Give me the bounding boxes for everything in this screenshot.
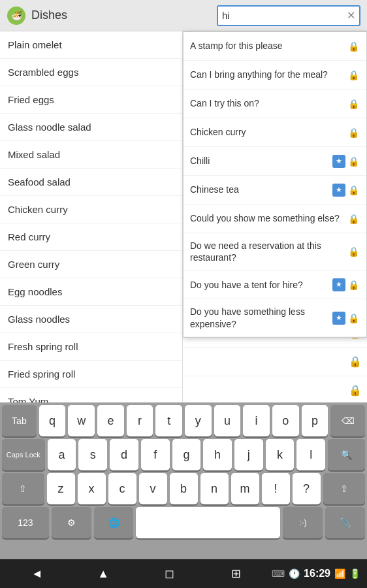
- list-item[interactable]: Green curry: [0, 251, 182, 278]
- search-box[interactable]: ✕: [217, 5, 360, 26]
- status-bar: ◄ ▲ ◻ ⊞ ⌨ 🕐 16:29 📶 🔋: [0, 559, 367, 588]
- list-item[interactable]: Seafood salad: [0, 169, 182, 196]
- key-t[interactable]: t: [155, 405, 182, 436]
- key-x[interactable]: x: [78, 473, 106, 504]
- key-z[interactable]: z: [47, 473, 75, 504]
- key-exclaim[interactable]: !: [262, 473, 290, 504]
- list-item[interactable]: Fried spring roll: [0, 361, 182, 388]
- app-icon: 🍜: [7, 6, 26, 25]
- keyboard-row-4: 123 ⚙ 🌐 :-) 📎: [0, 504, 367, 538]
- list-item[interactable]: Fresh spring roll: [0, 333, 182, 361]
- nav-grid[interactable]: ⊞: [206, 566, 267, 581]
- key-f[interactable]: f: [141, 439, 170, 470]
- key-shift-right[interactable]: ⇧: [323, 473, 366, 504]
- list-item[interactable]: Plain omelet: [0, 31, 182, 59]
- key-w[interactable]: w: [68, 405, 95, 436]
- dropdown-item-text: Could you show me something else?: [190, 212, 344, 224]
- key-o[interactable]: o: [272, 405, 299, 436]
- key-123[interactable]: 123: [2, 507, 49, 538]
- list-item[interactable]: Mixed salad: [0, 141, 182, 169]
- search-clear-icon[interactable]: ✕: [347, 9, 355, 22]
- key-n[interactable]: n: [200, 473, 229, 504]
- key-question[interactable]: ?: [293, 473, 321, 504]
- key-l[interactable]: l: [296, 439, 325, 470]
- dropdown-item-icons: 🔒: [347, 126, 360, 139]
- lock-icon: 🔒: [347, 40, 360, 53]
- list-item[interactable]: Red curry: [0, 223, 182, 251]
- dropdown-item[interactable]: Chinese tea★🔒: [184, 176, 366, 204]
- key-u[interactable]: u: [214, 405, 241, 436]
- lock-icon: 🔒: [347, 278, 360, 291]
- key-s[interactable]: s: [78, 439, 107, 470]
- nav-recent[interactable]: ◻: [139, 566, 200, 581]
- search-input[interactable]: [222, 10, 340, 21]
- list-item[interactable]: Tom Yum: [0, 388, 182, 402]
- keyboard-row-3: ⇧ z x c v b n m ! ? ⇧: [0, 470, 367, 504]
- key-r[interactable]: r: [127, 405, 153, 436]
- dropdown-item[interactable]: A stamp for this please🔒: [184, 32, 366, 61]
- key-g[interactable]: g: [172, 439, 201, 470]
- list-item[interactable]: Glass noodle salad: [0, 114, 182, 141]
- battery-icon: 🔋: [349, 568, 360, 579]
- key-p[interactable]: p: [302, 405, 328, 436]
- list-item[interactable]: Egg noodles: [0, 278, 182, 306]
- dropdown-item-icons: ★🔒: [332, 184, 360, 197]
- key-a[interactable]: a: [48, 439, 76, 470]
- nav-home[interactable]: ▲: [73, 567, 135, 581]
- dishes-list: Plain omeletScrambled eggsFried eggsGlas…: [0, 31, 183, 402]
- key-v[interactable]: v: [139, 473, 167, 504]
- dropdown-item-text: Chicken curry: [190, 126, 344, 138]
- list-item[interactable]: Chicken curry: [0, 196, 182, 223]
- lock-icon: 🔒: [347, 212, 360, 225]
- key-tab[interactable]: Tab: [2, 405, 37, 436]
- lock-icon: 🔒: [347, 245, 360, 258]
- dropdown-item-icons: 🔒: [347, 212, 360, 225]
- favorite-icon: ★: [332, 155, 345, 168]
- dropdown-item[interactable]: Could you show me something else?🔒: [184, 204, 366, 233]
- list-item[interactable]: Scrambled eggs: [0, 59, 182, 86]
- content-area: Plain omeletScrambled eggsFried eggsGlas…: [0, 31, 367, 402]
- wifi-icon: 📶: [334, 568, 345, 579]
- key-space[interactable]: [136, 507, 280, 538]
- dropdown-item[interactable]: Chicken curry🔒: [184, 118, 366, 147]
- list-item[interactable]: Glass noodles: [0, 306, 182, 333]
- key-shift-left[interactable]: ⇧: [2, 473, 44, 504]
- key-y[interactable]: y: [185, 405, 212, 436]
- key-h[interactable]: h: [203, 439, 232, 470]
- dropdown-item-text: Do you have something less expensive?: [190, 306, 330, 329]
- key-smiley[interactable]: :-): [283, 507, 323, 538]
- key-globe[interactable]: 🌐: [94, 507, 134, 538]
- dropdown-item[interactable]: Can I try this on?🔒: [184, 90, 366, 118]
- key-e[interactable]: e: [97, 405, 124, 436]
- dropdown-item[interactable]: Do we need a reservation at this restaur…: [184, 233, 366, 270]
- keyboard-row-1: Tab q w e r t y u i o p ⌫: [0, 402, 367, 436]
- key-q[interactable]: q: [39, 405, 66, 436]
- nav-back[interactable]: ◄: [7, 567, 68, 581]
- key-d[interactable]: d: [110, 439, 138, 470]
- search-dropdown: A stamp for this please🔒Can I bring anyt…: [183, 31, 367, 338]
- key-b[interactable]: b: [170, 473, 198, 504]
- status-right: ⌨ 🕐 16:29 📶 🔋: [272, 568, 360, 580]
- dropdown-item-icons: 🔒: [347, 245, 360, 258]
- key-i[interactable]: i: [243, 405, 270, 436]
- dropdown-item[interactable]: Chilli★🔒: [184, 147, 366, 176]
- right-lock-item: 🔒: [183, 376, 367, 405]
- list-item[interactable]: Fried eggs: [0, 86, 182, 114]
- key-m[interactable]: m: [231, 473, 259, 504]
- key-emoji[interactable]: 📎: [325, 507, 365, 538]
- key-search[interactable]: 🔍: [328, 439, 365, 470]
- dropdown-item-icons: ★🔒: [332, 155, 360, 168]
- dropdown-item-text: Can I try this on?: [190, 97, 344, 109]
- dropdown-item[interactable]: Do you have a tent for hire?★🔒: [184, 270, 366, 299]
- key-c[interactable]: c: [108, 473, 136, 504]
- key-settings[interactable]: ⚙: [52, 507, 91, 538]
- lock-icon: 🔒: [349, 384, 362, 397]
- top-bar: 🍜 Dishes ✕: [0, 0, 367, 31]
- dropdown-item[interactable]: Can I bring anything for the meal?🔒: [184, 61, 366, 90]
- lock-icon: 🔒: [347, 97, 360, 110]
- dropdown-item[interactable]: Do you have something less expensive?★🔒: [184, 299, 366, 336]
- key-j[interactable]: j: [234, 439, 263, 470]
- key-caps-lock[interactable]: Caps Lock: [2, 439, 45, 470]
- key-backspace[interactable]: ⌫: [330, 405, 365, 436]
- key-k[interactable]: k: [266, 439, 295, 470]
